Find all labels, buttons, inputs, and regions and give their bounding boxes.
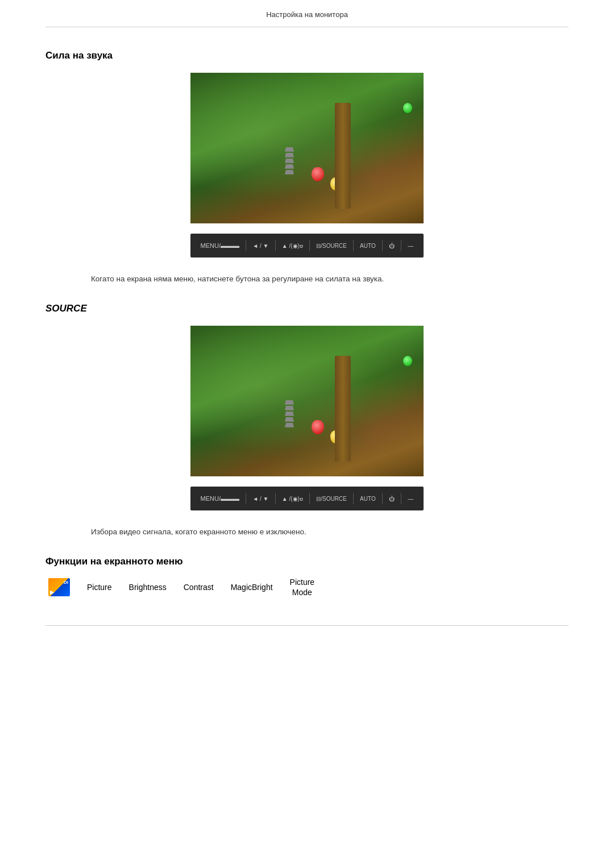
lantern-green-2 <box>403 356 412 366</box>
ctrl-power-1: ⏻ <box>389 243 395 249</box>
ctrl-vol-2: ▲ /(◉)ʊ <box>282 496 303 502</box>
lantern-red-1 <box>312 167 324 181</box>
ctrl-power-2: ⏻ <box>389 496 395 502</box>
lantern-green-1 <box>403 103 412 113</box>
page-container: Настройка на монитора Сила на звука MENU… <box>0 0 614 626</box>
functions-title: Функции на екранното меню <box>45 556 569 567</box>
func-brightness-label: Brightness <box>129 583 167 592</box>
section1-title: Сила на звука <box>45 50 569 61</box>
func-contrast-label: Contrast <box>184 583 214 592</box>
section1-description: Когато на екрана няма меню, натиснете бу… <box>45 275 569 283</box>
func-picturemode-label2: Mode <box>292 588 312 597</box>
ctrl-menu-1: MENU/▬▬▬ <box>201 242 239 249</box>
ctrl-auto-1: AUTO <box>360 243 376 249</box>
pagoda-2 <box>284 400 295 434</box>
func-picture-label: Picture <box>87 583 112 592</box>
section2-description: Избора видео сигнала, когато екранното м… <box>45 528 569 536</box>
section2-title: SOURCE <box>45 303 569 314</box>
monitor-image-1 <box>190 73 424 223</box>
functions-section: Функции на екранното меню DI Picture Bri… <box>45 556 569 597</box>
ctrl-vol-1: ▲ /(◉)ʊ <box>282 243 303 249</box>
ctrl-auto-2: AUTO <box>360 496 376 502</box>
ctrl-nav-1: ◄ / ▼ <box>252 243 268 249</box>
header-divider <box>45 27 569 27</box>
lantern-red-2 <box>312 420 324 434</box>
ctrl-menu-2: MENU/▬▬▬ <box>201 495 239 502</box>
monitor-image-2 <box>190 326 424 476</box>
picture-icon: DI <box>48 578 70 596</box>
page-title: Настройка на монитора <box>266 10 348 19</box>
control-bar-container-2: MENU/▬▬▬ ◄ / ▼ ▲ /(◉)ʊ ⊟/SOURCE AUTO ⏻ <box>45 487 569 510</box>
ctrl-minus-2: — <box>408 496 413 502</box>
func-magicbright-label: MagicBright <box>231 583 273 592</box>
bottom-divider <box>45 625 569 626</box>
func-picturemode-label1: Picture <box>290 578 315 587</box>
ctrl-source-2: ⊟/SOURCE <box>316 496 347 502</box>
pagoda-1 <box>284 147 295 181</box>
control-bar-2: MENU/▬▬▬ ◄ / ▼ ▲ /(◉)ʊ ⊟/SOURCE AUTO ⏻ <box>190 487 424 510</box>
functions-row: DI Picture Brightness Contrast MagicBrig… <box>45 578 569 597</box>
func-picturemode-col: Picture Mode <box>290 578 315 597</box>
lantern-yellow-1 <box>330 177 342 190</box>
control-bar-container-1: MENU/▬▬▬ ◄ / ▼ ▲ /(◉)ʊ ⊟/SOURCE AUTO ⏻ <box>45 234 569 258</box>
image-container-2 <box>45 326 569 476</box>
control-bar-1: MENU/▬▬▬ ◄ / ▼ ▲ /(◉)ʊ ⊟/SOURCE AUTO ⏻ <box>190 234 424 258</box>
lantern-yellow-2 <box>330 430 342 443</box>
image-container-1 <box>45 73 569 223</box>
ctrl-minus-1: — <box>408 243 413 249</box>
page-header: Настройка на монитора <box>45 0 569 27</box>
ctrl-source-1: ⊟/SOURCE <box>316 243 347 249</box>
ctrl-nav-2: ◄ / ▼ <box>252 496 268 502</box>
